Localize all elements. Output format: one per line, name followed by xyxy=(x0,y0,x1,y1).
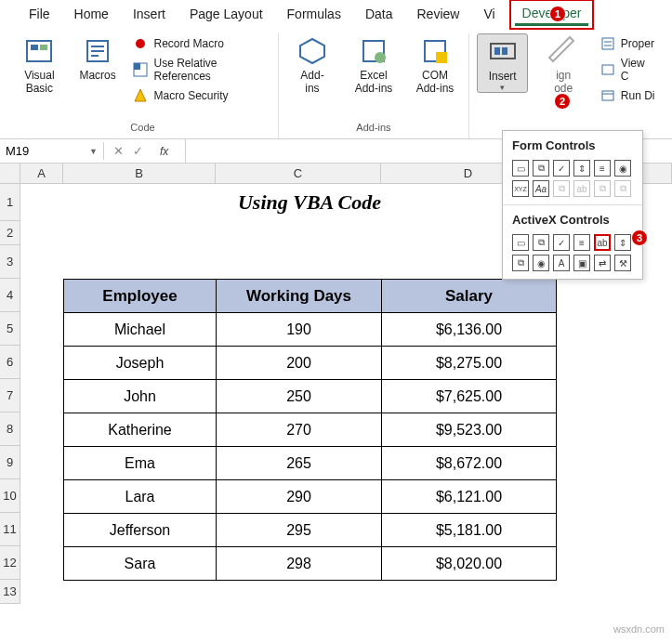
cell-salary[interactable]: $8,672.00 xyxy=(382,447,557,480)
visual-basic-label: Visual Basic xyxy=(24,69,54,95)
row-header-8[interactable]: 8 xyxy=(0,413,20,446)
row-header-7[interactable]: 7 xyxy=(0,379,20,413)
addins-button[interactable]: Add- ins xyxy=(286,33,338,95)
select-all-corner[interactable] xyxy=(0,164,20,184)
tab-page-layout[interactable]: Page Layout xyxy=(178,2,275,26)
tab-insert[interactable]: Insert xyxy=(121,2,178,26)
cell-days[interactable]: 270 xyxy=(217,413,382,447)
use-relative-button[interactable]: Use Relative References xyxy=(131,56,270,84)
design-mode-button[interactable]: ign ode xyxy=(537,33,588,95)
row-header-6[interactable]: 6 xyxy=(0,346,20,379)
ax-listbox-icon[interactable]: ≡ xyxy=(573,234,590,251)
row-header-5[interactable]: 5 xyxy=(0,312,20,346)
visual-basic-button[interactable]: Visual Basic xyxy=(15,33,64,95)
cell-salary[interactable]: $8,275.00 xyxy=(382,347,557,380)
cell-employee[interactable]: John xyxy=(64,380,217,413)
ax-textbox-icon[interactable]: ab xyxy=(594,234,611,251)
cell-days[interactable]: 190 xyxy=(217,313,382,347)
table-row: Katherine270$9,523.00 xyxy=(64,413,557,447)
tab-file[interactable]: File xyxy=(17,2,62,26)
form-button-icon[interactable]: ▭ xyxy=(512,160,529,177)
properties-button[interactable]: Proper xyxy=(599,35,657,52)
cell-employee[interactable]: Sara xyxy=(64,547,217,581)
cell-days[interactable]: 298 xyxy=(217,547,382,581)
cell-salary[interactable]: $8,020.00 xyxy=(382,547,557,581)
row-header-12[interactable]: 12 xyxy=(0,546,20,580)
row-header-11[interactable]: 11 xyxy=(0,513,20,546)
excel-addins-button[interactable]: Excel Add-ins xyxy=(348,33,400,95)
cell-salary[interactable]: $6,121.00 xyxy=(382,480,557,514)
name-box[interactable]: M19 ▼ xyxy=(0,142,104,160)
tab-view-partial[interactable]: Vi xyxy=(471,2,507,26)
name-box-dropdown-icon[interactable]: ▼ xyxy=(89,147,98,156)
ax-spin-icon[interactable]: ⧉ xyxy=(512,255,529,271)
form-checkbox-icon[interactable]: ✓ xyxy=(553,160,570,177)
cell-employee[interactable]: Jefferson xyxy=(64,514,217,547)
ax-image-icon[interactable]: ▣ xyxy=(573,255,590,271)
macros-icon xyxy=(82,35,113,67)
row-header-10[interactable]: 10 xyxy=(0,479,20,513)
group-addins-label: Add-ins xyxy=(356,119,390,138)
ax-checkbox-icon[interactable]: ✓ xyxy=(553,234,570,251)
form-scrollbar-icon: ⧉ xyxy=(553,180,570,197)
ax-scrollbar-icon[interactable]: ⇕ xyxy=(614,234,631,251)
cell-salary[interactable]: $7,625.00 xyxy=(382,380,557,413)
tab-home[interactable]: Home xyxy=(62,2,121,26)
form-groupbox-icon[interactable]: XYZ xyxy=(512,180,529,197)
ax-label-icon[interactable]: A xyxy=(553,255,570,271)
cell-days[interactable]: 265 xyxy=(217,447,382,480)
row-header-2[interactable]: 2 xyxy=(0,221,20,245)
tab-review[interactable]: Review xyxy=(405,2,472,26)
ax-more-icon[interactable]: ⚒ xyxy=(614,255,631,271)
tab-data[interactable]: Data xyxy=(353,2,405,26)
enter-formula-icon[interactable]: ✓ xyxy=(133,144,143,158)
svg-rect-14 xyxy=(436,52,447,63)
cell-days[interactable]: 200 xyxy=(217,347,382,380)
cell-salary[interactable]: $6,136.00 xyxy=(382,313,557,347)
row-header-4[interactable]: 4 xyxy=(0,279,20,312)
row-header-1[interactable]: 1 xyxy=(0,184,20,221)
svg-rect-22 xyxy=(602,91,613,100)
macro-security-button[interactable]: Macro Security xyxy=(131,87,270,104)
form-label-icon[interactable]: Aa xyxy=(533,180,549,197)
cell-employee[interactable]: Lara xyxy=(64,480,217,514)
ax-option-icon[interactable]: ◉ xyxy=(533,255,549,271)
col-header-b[interactable]: B xyxy=(63,164,216,184)
insert-control-icon xyxy=(487,36,519,68)
row-header-3[interactable]: 3 xyxy=(0,245,20,279)
ax-button-icon[interactable]: ▭ xyxy=(512,234,529,251)
form-option-icon[interactable]: ◉ xyxy=(614,160,631,177)
col-header-a[interactable]: A xyxy=(20,164,63,184)
cell-employee[interactable]: Michael xyxy=(64,313,217,347)
fx-icon[interactable]: fx xyxy=(152,145,176,158)
form-controls-heading: Form Controls xyxy=(503,131,642,158)
record-macro-icon xyxy=(133,36,148,51)
cancel-formula-icon[interactable]: ✕ xyxy=(113,144,124,158)
cell-salary[interactable]: $5,181.00 xyxy=(382,514,557,547)
cell-employee[interactable]: Katherine xyxy=(64,413,217,447)
col-header-c[interactable]: C xyxy=(216,164,381,184)
row-header-9[interactable]: 9 xyxy=(0,446,20,479)
run-dialog-button[interactable]: Run Di xyxy=(599,87,657,104)
form-spin-icon[interactable]: ⇕ xyxy=(573,160,590,177)
cell-employee[interactable]: Ema xyxy=(64,447,217,480)
properties-label: Proper xyxy=(621,37,654,50)
row-header-13[interactable]: 13 xyxy=(0,580,20,604)
tab-formulas[interactable]: Formulas xyxy=(275,2,353,26)
record-macro-button[interactable]: Record Macro xyxy=(131,35,270,52)
cell-salary[interactable]: $9,523.00 xyxy=(382,413,557,447)
cell-days[interactable]: 290 xyxy=(217,480,382,514)
svg-rect-2 xyxy=(40,45,47,50)
insert-control-button[interactable]: Insert ▾ xyxy=(477,33,528,93)
com-addins-button[interactable]: COM Add-ins xyxy=(409,33,461,95)
macros-button[interactable]: Macros xyxy=(73,33,123,82)
ax-combo-icon[interactable]: ⧉ xyxy=(533,234,549,251)
name-box-value: M19 xyxy=(6,144,29,158)
view-code-button[interactable]: View C xyxy=(599,56,657,84)
ax-toggle-icon[interactable]: ⇄ xyxy=(594,255,611,271)
cell-days[interactable]: 250 xyxy=(217,380,382,413)
form-combo-icon[interactable]: ⧉ xyxy=(533,160,549,177)
form-listbox-icon[interactable]: ≡ xyxy=(594,160,611,177)
cell-days[interactable]: 295 xyxy=(217,514,382,547)
cell-employee[interactable]: Joseph xyxy=(64,347,217,380)
